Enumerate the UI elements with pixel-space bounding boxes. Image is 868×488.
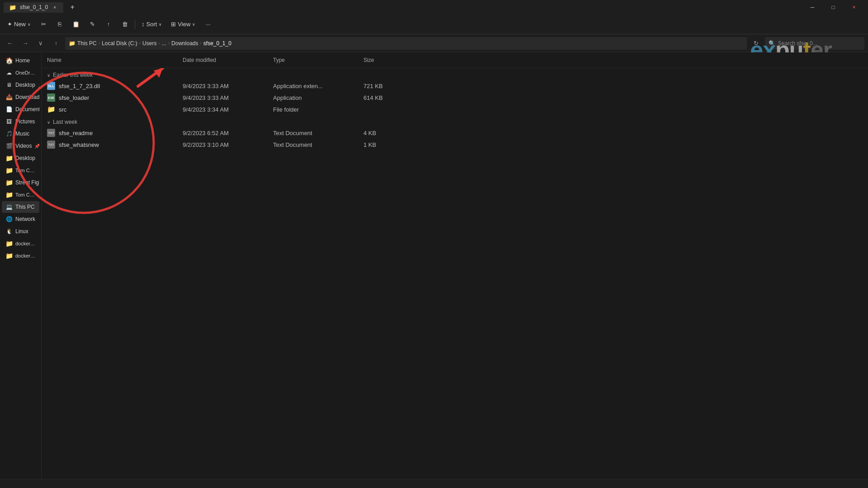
sidebar-item-onedrive[interactable]: ☁ OneDrive - Perso... [2, 67, 39, 79]
group-label-lastweek: Last week [53, 119, 77, 125]
search-icon: 🔍 [769, 40, 775, 47]
sidebar-label-pictures: Pictures [15, 118, 35, 125]
breadcrumb-downloads[interactable]: Downloads [171, 40, 198, 47]
paste-button[interactable]: 📋 [69, 17, 83, 32]
minimize-button[interactable]: ─ [802, 0, 823, 14]
sidebar-label-docker2: docker-desktop-c... [15, 253, 36, 258]
breadcrumb-thispc[interactable]: This PC [77, 40, 97, 47]
pin-icon-videos: 📌 [34, 144, 39, 149]
file-date-whatsnew: 9/2/2023 3:10 AM [177, 140, 268, 150]
sidebar-label-desktop2: Desktop [15, 155, 35, 161]
sidebar-item-pictures[interactable]: 🖼 Pictures [2, 116, 39, 127]
up-button[interactable]: ↑ [50, 37, 62, 50]
forward-button[interactable]: → [19, 37, 32, 50]
group-label-earlier: Earlier this week [53, 72, 93, 78]
main-layout: 🏠 Home ☁ OneDrive - Perso... 🖥 Desktop 📌… [0, 52, 868, 479]
group-earlier-this-week[interactable]: ∨ Earlier this week [42, 68, 868, 80]
sidebar-label-home: Home [15, 57, 30, 64]
breadcrumb-localdisk[interactable]: Local Disk (C:) [102, 40, 137, 47]
delete-button[interactable]: 🗑 [118, 17, 132, 32]
sidebar-item-documents[interactable]: 📄 Documents [2, 103, 39, 115]
file-row-src[interactable]: 📁 src 9/4/2023 3:34 AM File folder [42, 103, 868, 115]
sidebar-item-desktop2[interactable]: 📁 Desktop [2, 152, 39, 164]
rename-button[interactable]: ✎ [85, 17, 99, 32]
address-bar-row: ← → ∨ ↑ 📁 This PC › Local Disk (C:) › Us… [0, 34, 868, 52]
txt-whatsnew-icon: TXT [47, 141, 55, 149]
new-chevron-icon: ∨ [28, 22, 31, 27]
file-row-whatsnew[interactable]: TXT sfse_whatsnew 9/2/2023 3:10 AM Text … [42, 139, 868, 150]
group-last-week[interactable]: ∨ Last week [42, 115, 868, 127]
linux-icon: 🐧 [5, 228, 13, 235]
sidebar-item-thispc[interactable]: 💻 This PC [2, 201, 39, 213]
tab-close-button[interactable]: × [52, 4, 58, 10]
sidebar-label-linux: Linux [15, 228, 28, 235]
new-button[interactable]: ✦ New ∨ [4, 19, 34, 29]
share-button[interactable]: ↑ [101, 17, 116, 32]
title-bar: 📁 sfse_0_1_0 × + ─ □ × [0, 0, 868, 14]
col-header-size[interactable]: Size [358, 54, 412, 66]
folder-desktop2-icon: 📁 [5, 155, 13, 162]
toolbar: ✦ New ∨ ✂ ⎘ 📋 ✎ ↑ 🗑 ↕ Sort ∨ ⊞ View [0, 14, 868, 34]
sidebar-item-docker2[interactable]: 📁 docker-desktop-c... [2, 250, 39, 262]
new-icon: ✦ [7, 21, 12, 28]
view-button[interactable]: ⊞ View ∨ [167, 19, 199, 29]
back-button[interactable]: ← [4, 37, 16, 50]
sidebar-item-docker1[interactable]: 📁 docker-desktop [2, 238, 39, 249]
view-icon: ⊞ [171, 21, 176, 28]
close-window-button[interactable]: × [844, 0, 864, 14]
new-tab-button[interactable]: + [67, 2, 78, 13]
sidebar-item-sf6[interactable]: 📁 Street Fighter 6 [2, 177, 39, 188]
sidebar-item-downloads[interactable]: 📥 Downloads [2, 91, 39, 103]
file-type-loader: Application [268, 93, 358, 103]
sidebar-label-docker1: docker-desktop [15, 241, 36, 246]
folder-docker2-icon: 📁 [5, 252, 13, 259]
file-type-dll: Application exten... [268, 81, 358, 91]
title-tab[interactable]: 📁 sfse_0_1_0 × [4, 2, 63, 13]
sidebar: 🏠 Home ☁ OneDrive - Perso... 🖥 Desktop 📌… [0, 52, 42, 479]
sidebar-item-tomclancy2[interactable]: 📁 Tom Clancy's Rainb... [2, 189, 39, 201]
address-breadcrumb[interactable]: 📁 This PC › Local Disk (C:) › Users › ..… [65, 37, 747, 50]
sort-button[interactable]: ↕ Sort ∨ [138, 19, 165, 29]
file-extra-readme [412, 131, 868, 135]
file-size-src [358, 108, 412, 111]
file-name-dll: sfse_1_7_23.dll [59, 83, 100, 89]
sidebar-item-linux[interactable]: 🐧 Linux [2, 225, 39, 237]
breadcrumb-user[interactable]: ... [162, 40, 166, 47]
file-extra-loader [412, 96, 868, 99]
col-header-date[interactable]: Date modified [177, 54, 268, 66]
breadcrumb-users[interactable]: Users [142, 40, 156, 47]
up-icon: ↑ [55, 40, 58, 47]
maximize-button[interactable]: □ [823, 0, 844, 14]
file-row-readme[interactable]: TXT sfse_readme 9/2/2023 6:52 AM Text Do… [42, 127, 868, 139]
sidebar-label-onedrive: OneDrive - Perso... [15, 70, 36, 75]
copy-button[interactable]: ⎘ [52, 17, 67, 32]
sidebar-item-music[interactable]: 🎵 Music [2, 128, 39, 140]
sidebar-item-network[interactable]: 🌐 Network [2, 213, 39, 225]
more-button[interactable]: ··· [201, 17, 215, 32]
file-extra-src [412, 108, 868, 111]
sidebar-item-desktop[interactable]: 🖥 Desktop 📌 [2, 79, 39, 91]
col-header-type[interactable]: Type [268, 54, 358, 66]
file-size-readme: 4 KB [358, 128, 412, 138]
back-icon: ← [7, 40, 13, 47]
copy-icon: ⎘ [58, 21, 61, 28]
toolbar-separator-1 [135, 20, 135, 29]
refresh-icon: ↻ [754, 40, 759, 47]
breadcrumb-current[interactable]: sfse_0_1_0 [203, 40, 231, 47]
delete-icon: 🗑 [122, 21, 128, 28]
recent-locations-button[interactable]: ∨ [34, 37, 47, 50]
videos-icon: 🎬 [5, 142, 13, 150]
refresh-button[interactable]: ↻ [750, 37, 762, 50]
sidebar-item-tomclancy1[interactable]: 📁 Tom Clancy's Rainb... [2, 164, 39, 176]
file-row-loader[interactable]: EXE sfse_loader 9/4/2023 3:33 AM Applica… [42, 92, 868, 103]
app-file-icon: EXE [47, 94, 55, 102]
cut-button[interactable]: ✂ [36, 17, 51, 32]
sidebar-item-videos[interactable]: 🎬 Videos 📌 [2, 140, 39, 152]
sidebar-item-home[interactable]: 🏠 Home [2, 55, 39, 66]
search-box[interactable]: 🔍 Search sfse_0... [765, 37, 864, 50]
file-row-dll[interactable]: DLL sfse_1_7_23.dll 9/4/2023 3:33 AM App… [42, 80, 868, 92]
col-header-name[interactable]: Name [42, 54, 177, 66]
desktop-icon: 🖥 [5, 81, 13, 89]
forward-icon: → [23, 40, 28, 47]
cut-icon: ✂ [41, 21, 46, 28]
